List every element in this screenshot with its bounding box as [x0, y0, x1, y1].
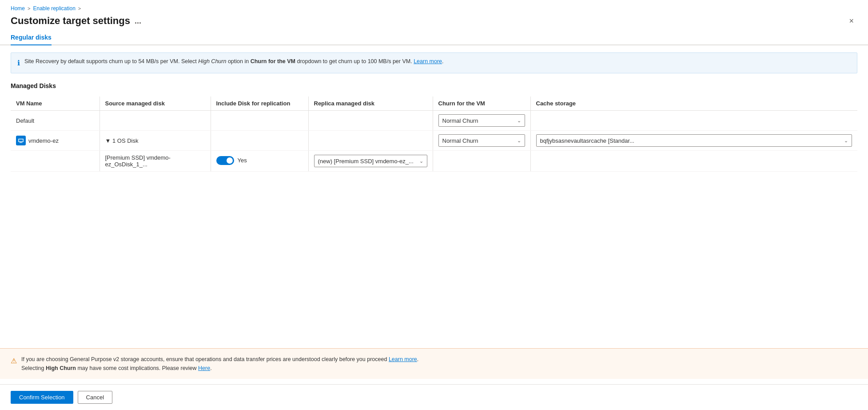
default-cache-cell: [530, 111, 857, 131]
footer-warning: ⚠ If you are choosing General Purpose v2…: [0, 348, 868, 379]
disk-replica-cell: (new) [Premium SSD] vmdemo-ez_... ⌄: [308, 151, 433, 172]
panel-title-text: Customize target settings: [11, 15, 130, 27]
panel-ellipsis[interactable]: ...: [135, 16, 141, 26]
breadcrumb-enable-replication[interactable]: Enable replication: [33, 5, 75, 12]
disk-cache-cell: [530, 151, 857, 172]
managed-disks-title: Managed Disks: [11, 82, 857, 89]
vm-cache-chevron-icon: ⌄: [844, 138, 848, 144]
footer-actions: Confirm Selection Cancel: [0, 384, 868, 410]
default-churn-value: Normal Churn: [442, 117, 478, 124]
warning-line1: If you are choosing General Purpose v2 s…: [21, 356, 418, 362]
os-disk-label: ▼ 1 OS Disk: [105, 137, 205, 144]
col-header-cache: Cache storage: [530, 96, 857, 111]
warning-learn-more-link[interactable]: Learn more: [389, 356, 417, 362]
default-churn-chevron-icon: ⌄: [517, 118, 521, 124]
info-icon: ℹ: [17, 58, 20, 68]
default-churn-dropdown[interactable]: Normal Churn ⌄: [438, 114, 525, 127]
vm-cache-cell: bqfjybsasnevaultasrcache [Standar... ⌄: [530, 131, 857, 151]
disk-replica-chevron-icon: ⌄: [419, 158, 423, 164]
vm-replica-cell: [308, 131, 433, 151]
vm-row: vmdemo-ez ▼ 1 OS Disk Normal Churn ⌄ b: [11, 131, 857, 151]
confirm-button[interactable]: Confirm Selection: [11, 391, 73, 404]
cancel-button[interactable]: Cancel: [78, 391, 112, 404]
disk-source-cell: [Premium SSD] vmdemo-ez_OsDisk_1_...: [100, 151, 211, 172]
svg-rect-2: [19, 139, 23, 141]
default-label: Default: [16, 117, 34, 124]
disk-include-toggle[interactable]: [216, 156, 234, 165]
breadcrumb-chevron-2: >: [78, 6, 81, 11]
tab-regular-disks[interactable]: Regular disks: [11, 34, 52, 45]
col-header-vmname: VM Name: [11, 96, 100, 111]
vm-cache-dropdown[interactable]: bqfjybsasnevaultasrcache [Standar... ⌄: [536, 134, 852, 147]
disk-vmname-cell: [11, 151, 100, 172]
disk-replica-dropdown[interactable]: (new) [Premium SSD] vmdemo-ez_... ⌄: [314, 155, 427, 167]
footer-warning-text: If you are choosing General Purpose v2 s…: [21, 355, 418, 373]
svg-rect-4: [20, 142, 23, 143]
default-replica-cell: [308, 111, 433, 131]
warning-here-link[interactable]: Here: [198, 365, 210, 371]
vm-churn-value: Normal Churn: [442, 137, 478, 144]
vm-churn-dropdown[interactable]: Normal Churn ⌄: [438, 134, 525, 147]
disk-include-cell: Yes: [211, 151, 308, 172]
table-row: Default Normal Churn ⌄: [11, 111, 857, 131]
toggle-thumb: [227, 157, 233, 164]
vm-include-cell: [211, 131, 308, 151]
disk-include-toggle-container: Yes: [216, 156, 247, 165]
warning-icon: ⚠: [11, 355, 17, 367]
disk-table: VM Name Source managed disk Include Disk…: [11, 96, 857, 172]
default-vmname-cell: Default: [11, 111, 100, 131]
col-header-include: Include Disk for replication: [211, 96, 308, 111]
table-header-row: VM Name Source managed disk Include Disk…: [11, 96, 857, 111]
disk-source-label: [Premium SSD] vmdemo-ez_OsDisk_1_...: [105, 154, 171, 168]
vm-icon: [16, 136, 26, 145]
disk-subrow: [Premium SSD] vmdemo-ez_OsDisk_1_... Yes…: [11, 151, 857, 172]
vm-cache-value: bqfjybsasnevaultasrcache [Standar...: [540, 137, 634, 144]
close-button[interactable]: ×: [845, 15, 857, 27]
disk-include-label: Yes: [238, 157, 247, 164]
info-banner-text: Site Recovery by default supports churn …: [24, 57, 444, 66]
default-churn-cell: Normal Churn ⌄: [433, 111, 530, 131]
default-source-cell: [100, 111, 211, 131]
vm-churn-chevron-icon: ⌄: [517, 138, 521, 144]
breadcrumb-home[interactable]: Home: [11, 5, 25, 12]
svg-rect-3: [20, 142, 22, 143]
managed-disks-section: Managed Disks VM Name Source managed dis…: [0, 82, 868, 172]
vm-name-label: vmdemo-ez: [28, 137, 59, 144]
panel-header: Customize target settings ... ×: [0, 13, 868, 34]
section-tab: Regular disks: [0, 34, 868, 45]
info-learn-more-link[interactable]: Learn more: [414, 58, 442, 64]
vm-osdisk-cell: ▼ 1 OS Disk: [100, 131, 211, 151]
col-header-churn: Churn for the VM: [433, 96, 530, 111]
default-include-cell: [211, 111, 308, 131]
disk-churn-cell: [433, 151, 530, 172]
disk-replica-value: (new) [Premium SSD] vmdemo-ez_...: [318, 158, 414, 165]
vm-churn-cell: Normal Churn ⌄: [433, 131, 530, 151]
vm-name-cell: vmdemo-ez: [11, 131, 100, 151]
breadcrumb-chevron-1: >: [28, 6, 30, 11]
col-header-source: Source managed disk: [100, 96, 211, 111]
warning-line2: Selecting High Churn may have some cost …: [21, 365, 212, 371]
panel-title-container: Customize target settings ...: [11, 15, 141, 27]
info-banner: ℹ Site Recovery by default supports chur…: [11, 52, 857, 73]
col-header-replica: Replica managed disk: [308, 96, 433, 111]
breadcrumb: Home > Enable replication >: [0, 0, 868, 13]
